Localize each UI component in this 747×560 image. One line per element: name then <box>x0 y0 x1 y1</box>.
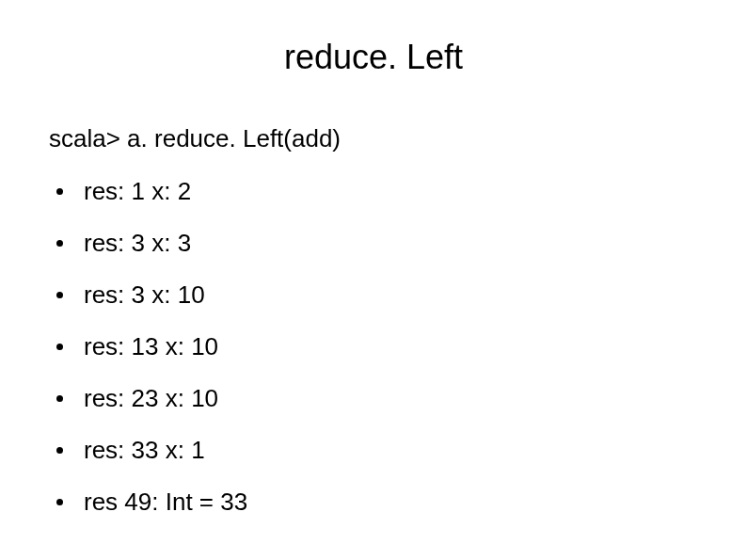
scala-prompt: scala> a. reduce. Left(add) <box>49 124 700 153</box>
bullet-icon <box>56 499 63 505</box>
list-item: res: 3 x: 10 <box>56 280 700 310</box>
slide-container: reduce. Left scala> a. reduce. Left(add)… <box>0 0 747 560</box>
bullet-icon <box>56 292 63 298</box>
slide-title: reduce. Left <box>47 38 700 77</box>
bullet-icon <box>56 188 63 195</box>
bullet-icon <box>56 344 63 350</box>
list-item: res: 1 x: 2 <box>56 177 700 206</box>
list-item: res: 3 x: 3 <box>56 229 700 258</box>
list-item: res 49: Int = 33 <box>56 488 700 517</box>
list-item-text: res: 33 x: 1 <box>84 436 205 465</box>
bullet-icon <box>56 447 63 454</box>
list-item: res: 13 x: 10 <box>56 332 700 361</box>
list-item-text: res 49: Int = 33 <box>84 488 247 517</box>
bullet-icon <box>56 240 63 247</box>
list-item: res: 33 x: 1 <box>56 436 700 465</box>
bullet-icon <box>56 395 63 402</box>
list-item-text: res: 23 x: 10 <box>84 384 218 413</box>
list-item-text: res: 3 x: 3 <box>84 229 191 258</box>
output-list: res: 1 x: 2 res: 3 x: 3 res: 3 x: 10 res… <box>56 177 700 517</box>
list-item-text: res: 1 x: 2 <box>84 177 191 206</box>
list-item-text: res: 3 x: 10 <box>84 280 205 310</box>
list-item: res: 23 x: 10 <box>56 384 700 413</box>
list-item-text: res: 13 x: 10 <box>84 332 218 361</box>
